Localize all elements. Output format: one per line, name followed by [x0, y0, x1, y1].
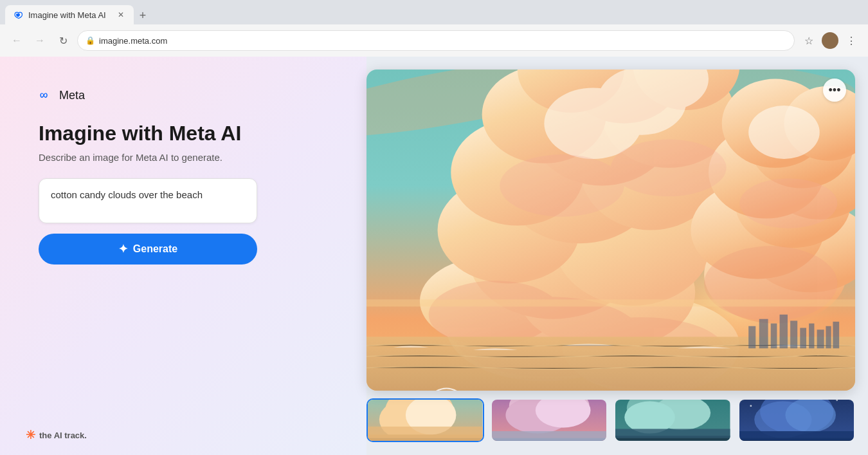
meta-logo: Meta — [39, 88, 328, 103]
forward-button[interactable]: → — [31, 32, 49, 50]
svg-rect-51 — [748, 326, 755, 349]
thumbnail-row — [366, 398, 855, 442]
svg-rect-58 — [817, 330, 824, 348]
thumbnail-1[interactable] — [366, 398, 484, 442]
svg-rect-57 — [809, 324, 814, 349]
meta-logo-text: Meta — [59, 89, 85, 102]
main-image: ✦ META AI — [366, 70, 855, 391]
new-tab-button[interactable]: + — [134, 6, 152, 24]
address-bar[interactable]: 🔒 imagine.meta.com — [77, 30, 795, 51]
active-tab[interactable]: Imagine with Meta AI ✕ — [5, 5, 134, 24]
bookmark-button[interactable]: ☆ — [800, 32, 818, 50]
right-panel: ✦ META AI ••• — [366, 57, 868, 455]
svg-rect-71 — [368, 427, 483, 438]
watermark-text: the AI track. — [39, 431, 87, 440]
tab-close-btn[interactable]: ✕ — [116, 10, 126, 20]
tab-bar: Imagine with Meta AI ✕ + — [0, 0, 868, 24]
svg-rect-83 — [615, 429, 730, 438]
browser-toolbar: ← → ↻ 🔒 imagine.meta.com ☆ ⋮ — [0, 24, 868, 57]
svg-rect-61 — [366, 299, 855, 306]
more-options-button[interactable]: ••• — [823, 79, 846, 102]
browser-chrome: Imagine with Meta AI ✕ + ← → ↻ 🔒 imagine… — [0, 0, 868, 57]
svg-rect-89 — [739, 431, 854, 440]
svg-rect-60 — [833, 322, 839, 348]
svg-rect-59 — [826, 326, 831, 349]
generate-label: Generate — [133, 243, 177, 255]
address-text: imagine.meta.com — [99, 36, 786, 46]
meta-logo-svg — [39, 88, 54, 103]
back-button[interactable]: ← — [8, 32, 26, 50]
thumbnail-2[interactable] — [491, 398, 608, 442]
refresh-button[interactable]: ↻ — [54, 32, 72, 50]
page-title: Imagine with Meta AI — [39, 121, 328, 145]
svg-point-81 — [624, 402, 675, 434]
thumbnail-4[interactable] — [738, 398, 856, 442]
left-panel: Meta Imagine with Meta AI Describe an im… — [0, 57, 366, 455]
more-menu-button[interactable]: ⋮ — [842, 32, 860, 50]
svg-point-93 — [750, 405, 752, 407]
svg-point-36 — [748, 106, 820, 159]
generate-button[interactable]: ✦ Generate — [39, 234, 257, 265]
svg-rect-52 — [759, 319, 768, 349]
svg-point-38 — [611, 140, 727, 196]
tab-title: Imagine with Meta AI — [28, 10, 106, 20]
svg-point-37 — [500, 154, 624, 217]
lock-icon: 🔒 — [86, 36, 95, 45]
page-subtitle: Describe an image for Meta AI to generat… — [39, 152, 328, 163]
svg-rect-55 — [790, 320, 797, 348]
tab-favicon — [13, 10, 23, 20]
page-content: Meta Imagine with Meta AI Describe an im… — [0, 57, 868, 455]
toolbar-right: ☆ ⋮ — [800, 32, 860, 50]
thumbnail-3[interactable] — [614, 398, 732, 442]
svg-point-39 — [739, 178, 837, 228]
svg-rect-77 — [492, 431, 607, 440]
svg-point-32 — [704, 246, 837, 320]
svg-rect-54 — [780, 315, 788, 349]
prompt-input[interactable]: cotton candy clouds over the beach — [39, 178, 257, 223]
svg-rect-53 — [771, 324, 777, 349]
watermark-star-icon: ✳ — [26, 428, 35, 442]
main-image-container: ✦ META AI ••• — [366, 70, 855, 391]
svg-rect-56 — [800, 328, 806, 349]
watermark: ✳ the AI track. — [26, 428, 87, 442]
sparkle-icon: ✦ — [118, 242, 128, 256]
profile-avatar[interactable] — [822, 32, 838, 49]
